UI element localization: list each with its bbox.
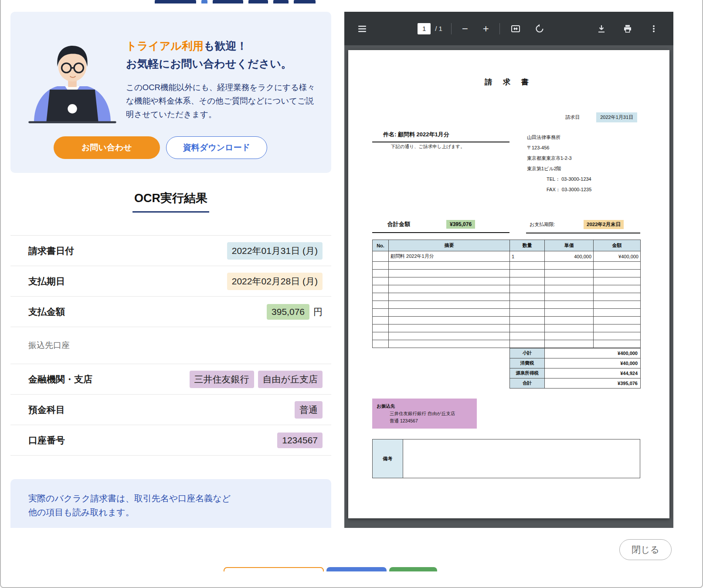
invoice-greeting: 下記の通り、ご請求申し上げます。 xyxy=(391,144,465,150)
empty-row xyxy=(373,262,641,270)
amount-value-group: 395,076 円 xyxy=(267,304,323,320)
page-total-label: / 1 xyxy=(435,25,442,32)
fit-page-icon[interactable] xyxy=(509,22,523,36)
sender-postal: 〒123-456 xyxy=(527,142,591,153)
bank-section-label: 振込先口座 xyxy=(10,327,331,364)
note-line-2: 他の項目も読み取れます。 xyxy=(28,505,326,519)
rotate-icon[interactable] xyxy=(533,22,546,35)
account-number-label: 口座番号 xyxy=(28,434,65,446)
promo-headline-rest: も歓迎！ xyxy=(204,40,248,52)
menu-icon[interactable] xyxy=(356,22,369,35)
pdf-page-controls: / 1 − + xyxy=(418,22,546,36)
col-unit-price: 単価 xyxy=(545,240,594,251)
empty-row xyxy=(373,332,641,340)
close-button[interactable]: 閉じる xyxy=(619,539,672,560)
ocr-result-panel: トライアル利用も歓迎！ お気軽にお問い合わせください。 このOCR機能以外にも、… xyxy=(10,12,331,528)
promo-card: トライアル利用も歓迎！ お気軽にお問い合わせください。 このOCR機能以外にも、… xyxy=(10,12,331,173)
due-date-label: 支払期日 xyxy=(28,275,65,287)
summary-table: 小計 ¥400,000 消費税 ¥40,000 源泉所得税 ¥44,924 xyxy=(509,348,641,389)
invoice-date-label: 請求書日付 xyxy=(28,245,74,257)
amount-unit: 円 xyxy=(313,306,323,318)
invoice-subject: 件名: 顧問料 2022年1月分 xyxy=(372,131,509,142)
table-header-row: No. 摘要 数量 単価 金額 xyxy=(373,240,641,251)
modal-footer: 閉じる xyxy=(0,528,703,571)
page-title: OCR実行結果 xyxy=(10,190,331,206)
total-label: 合計金額 xyxy=(387,220,410,228)
payment-due-value: 2022年2月末日 xyxy=(584,220,624,229)
contact-button[interactable]: お問い合わせ xyxy=(54,136,160,159)
sender-tel: TEL： 03-3000-1234 xyxy=(527,174,591,184)
background-page-top-fragment xyxy=(155,0,316,3)
amount-label: 支払金額 xyxy=(28,306,65,318)
result-row-account-number: 口座番号 1234567 xyxy=(10,425,331,456)
line-item-row: 顧問料 2022年1月分 1 400,000 ¥400,000 xyxy=(373,251,641,262)
sender-fax: FAX： 03-3000-1235 xyxy=(527,184,591,195)
bank-name-value: 三井住友銀行 xyxy=(190,371,254,388)
item-qty: 1 xyxy=(510,251,545,262)
pdf-toolbar: / 1 − + xyxy=(344,12,673,45)
account-type-value: 普通 xyxy=(295,401,323,419)
summary-withholding-row: 源泉所得税 ¥44,924 xyxy=(510,368,641,378)
summary-tax-row: 消費税 ¥40,000 xyxy=(510,358,641,368)
remarks-box: 備考 xyxy=(372,439,640,478)
line-items-table: No. 摘要 数量 単価 金額 顧問料 2022年1月分 1 400,000 ¥… xyxy=(372,240,641,348)
promo-body-text: このOCR機能以外にも、経理業務をラクにする様々な機能や料金体系、その他ご質問な… xyxy=(126,81,320,121)
col-amount: 金額 xyxy=(594,240,641,251)
download-materials-button[interactable]: 資料ダウンロード xyxy=(166,136,267,159)
print-icon[interactable] xyxy=(621,22,634,35)
result-row-invoice-date: 請求書日付 2022年01月31日 (月) xyxy=(10,236,331,266)
note-box: 実際のバクラク請求書は、取引先名や口座名義など 他の項目も読み取れます。 ※OC… xyxy=(10,479,331,528)
withholding-value: ¥44,924 xyxy=(545,368,641,378)
toolbar-divider xyxy=(499,23,500,34)
pdf-viewer: / 1 − + xyxy=(344,12,673,528)
note-line-1: 実際のバクラク請求書は、取引先名や口座名義など xyxy=(28,491,326,505)
tax-label: 消費税 xyxy=(510,358,545,368)
result-row-amount: 支払金額 395,076 円 xyxy=(10,297,331,327)
result-row-account-type: 預金科目 普通 xyxy=(10,395,331,425)
empty-row xyxy=(373,301,641,309)
item-unit-price: 400,000 xyxy=(545,251,594,262)
ocr-result-modal: トライアル利用も歓迎！ お気軽にお問い合わせください。 このOCR機能以外にも、… xyxy=(0,0,703,588)
more-options-icon[interactable] xyxy=(647,22,660,35)
empty-row xyxy=(373,309,641,317)
result-row-bank: 金融機関・支店 三井住友銀行 自由が丘支店 xyxy=(10,364,331,395)
total-value: ¥395,076 xyxy=(446,220,475,229)
invoice-due-row: お支払期限: 2022年2月末日 xyxy=(526,220,640,233)
transfer-title: お振込先 xyxy=(377,402,472,410)
item-description: 顧問料 2022年1月分 xyxy=(389,251,510,262)
pdf-canvas[interactable]: 請 求 書 請求日 2022年1月31日 件名: 顧問料 2022年1月分 下記… xyxy=(344,45,673,528)
invoice-issue-date-row: 請求日 2022年1月31日 xyxy=(565,112,637,122)
download-icon[interactable] xyxy=(595,22,608,35)
empty-row xyxy=(373,285,641,293)
bank-value-group: 三井住友銀行 自由が丘支店 xyxy=(190,371,323,388)
zoom-in-icon[interactable]: + xyxy=(481,22,491,36)
item-amount: ¥400,000 xyxy=(594,251,641,262)
empty-row xyxy=(373,293,641,301)
issue-date-label: 請求日 xyxy=(565,114,580,121)
account-number-value: 1234567 xyxy=(277,433,323,448)
bank-transfer-block: お振込先 三井住友銀行銀行 自由が丘支店 普通 1234567 xyxy=(372,399,477,429)
page-number-input[interactable] xyxy=(418,23,431,34)
issue-date-value: 2022年1月31日 xyxy=(596,112,637,122)
transfer-bank-line: 三井住友銀行銀行 自由が丘支店 xyxy=(377,410,472,417)
invoice-sender-block: 山田法律事務所 〒123-456 東京都東東京市1-2-3 東京第1ビル2階 T… xyxy=(527,132,591,195)
toolbar-divider xyxy=(451,23,452,34)
zoom-out-icon[interactable]: − xyxy=(460,22,470,36)
ocr-result-list: 請求書日付 2022年01月31日 (月) 支払期日 2022年02月28日 (… xyxy=(10,235,331,456)
branch-name-value: 自由が丘支店 xyxy=(258,371,323,388)
invoice-document-page: 請 求 書 請求日 2022年1月31日 件名: 顧問料 2022年1月分 下記… xyxy=(348,50,669,518)
bank-label: 金融機関・支店 xyxy=(28,373,92,385)
empty-row xyxy=(373,270,641,277)
item-no xyxy=(373,251,389,262)
amount-value: 395,076 xyxy=(267,304,309,320)
invoice-total-row: 合計金額 ¥395,076 xyxy=(372,220,509,233)
support-operator-illustration xyxy=(26,26,119,124)
withholding-label: 源泉所得税 xyxy=(510,368,545,378)
summary-subtotal-row: 小計 ¥400,000 xyxy=(510,348,641,358)
invoice-title: 請 求 書 xyxy=(348,77,669,87)
empty-row xyxy=(373,340,641,348)
promo-buttons: お問い合わせ 資料ダウンロード xyxy=(54,136,267,159)
grand-total-value: ¥395,076 xyxy=(545,378,641,389)
remarks-label: 備考 xyxy=(373,439,403,478)
col-description: 摘要 xyxy=(389,240,510,251)
